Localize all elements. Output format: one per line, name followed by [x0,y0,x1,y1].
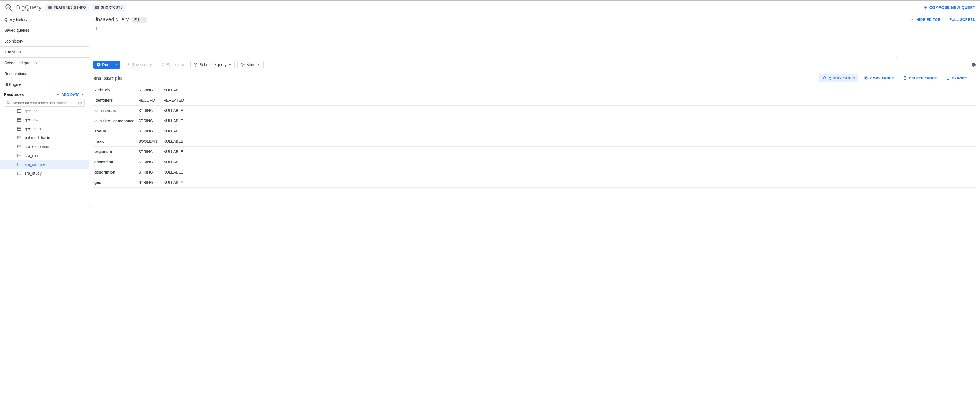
schedule-query-button[interactable]: Schedule query [190,60,234,69]
trash-icon [903,76,907,80]
sidebar-bi-engine[interactable]: BI Engine [0,79,89,90]
column-type: RECORD [138,98,163,103]
query-toolbar: Run Save query Save view Schedule query [89,58,980,72]
caret-down-icon [228,63,232,67]
top-header: BigQuery FEATURES & INFO SHORTCUTS COMPO… [0,0,980,14]
schema-row[interactable]: statusSTRINGNULLABLE [93,126,975,137]
column-type: STRING [138,108,163,113]
column-mode: NULLABLE [163,149,183,154]
play-icon [97,63,100,67]
edited-badge: Edited [132,17,148,22]
schema-row[interactable]: descriptionSTRINGNULLABLE [93,167,975,178]
schema-row[interactable]: geoSTRINGNULLABLE [93,178,975,188]
table-item-sra-experiment[interactable]: sra_experiment [0,142,89,151]
table-icon [17,118,21,122]
schema-row[interactable]: xrefs. dbSTRINGNULLABLE [93,85,975,95]
column-type: STRING [138,119,163,123]
table-icon [17,145,21,149]
sidebar-drag-handle[interactable] [89,207,90,218]
column-mode: NULLABLE [163,88,183,92]
shortcuts-button[interactable]: SHORTCUTS [92,3,126,11]
table-label: sra_experiment [25,145,52,149]
caret-down-icon [115,64,118,66]
table-icon [17,153,21,158]
full-screen-button[interactable]: FULL SCREEN [943,17,975,22]
query-table-button[interactable]: QUERY TABLE [819,74,858,83]
table-icon [17,109,21,113]
search-icon [6,100,11,105]
fullscreen-icon [943,17,948,22]
editor-gutter: 1 [89,25,99,58]
column-mode: NULLABLE [163,129,183,133]
table-item-geo-gse[interactable]: geo_gse [0,116,89,124]
hide-editor-icon [910,17,915,22]
schema-row[interactable]: accessionSTRINGNULLABLE [93,157,975,167]
svg-line-52 [825,79,826,79]
more-button[interactable]: More [237,60,264,69]
table-item-geo-gpl[interactable]: geo_gpl [0,109,89,115]
table-icon [17,162,21,167]
run-dropdown-button[interactable] [113,62,120,68]
column-type: STRING [138,129,163,133]
search-input[interactable] [13,101,76,105]
column-type: STRING [138,160,163,164]
column-type: BOOLEAN [138,139,163,144]
panel-drag-handle[interactable] [888,56,897,58]
schema-row[interactable]: organismSTRINGNULLABLE [93,147,975,157]
svg-point-51 [823,77,826,79]
svg-rect-47 [161,65,162,66]
query-editor[interactable]: 1 [89,25,980,58]
bigquery-logo: BigQuery [5,3,42,12]
run-button[interactable]: Run [93,61,120,68]
hide-editor-button[interactable]: HIDE EDITOR [910,17,940,22]
table-item-sra-run[interactable]: sra_run [0,151,89,160]
svg-rect-53 [865,77,867,79]
resources-header: Resources ADD DATA [0,90,89,99]
sidebar-query-history[interactable]: Query history [0,14,89,25]
column-mode: NULLABLE [163,119,183,123]
table-icon [17,171,21,176]
column-type: STRING [138,88,163,92]
schema-list[interactable]: xrefs. dbSTRINGNULLABLEidentifiersRECORD… [89,85,980,410]
help-icon[interactable]: ? [78,100,82,105]
sidebar-scheduled-queries[interactable]: Scheduled queries [0,57,89,68]
table-label: geo_gse [25,118,40,122]
column-mode: NULLABLE [163,180,183,185]
table-item-geo-gsm[interactable]: geo_gsm [0,124,89,133]
export-button[interactable]: EXPORT [942,74,975,83]
table-item-pubmed-basic[interactable]: pubmed_basic [0,133,89,142]
column-name: xrefs. db [93,88,138,92]
sidebar-reservations[interactable]: Reservations [0,68,89,79]
schema-row[interactable]: insdcBOOLEANNULLABLE [93,137,975,147]
features-info-button[interactable]: FEATURES & INFO [45,3,89,11]
query-title: Unsaved query [93,16,129,22]
table-header: sra_sample QUERY TABLE COPY TABLE DELETE… [89,72,980,85]
editor-body[interactable] [99,25,980,58]
column-mode: REPEATED [163,98,184,103]
schema-row[interactable]: identifiers. idSTRINGNULLABLE [93,106,975,116]
compose-new-query-button[interactable]: COMPOSE NEW QUERY [923,5,975,10]
column-name: geo [93,180,138,185]
resources-tree[interactable]: geo_gpl geo_gse geo_gsm pubmed_basic sra… [0,109,89,410]
delete-table-button[interactable]: DELETE TABLE [899,74,940,83]
query-header: Unsaved query Edited HIDE EDITOR FULL SC… [89,14,980,25]
table-label: sra_sample [25,162,45,167]
copy-table-button[interactable]: COPY TABLE [861,74,897,83]
schema-row[interactable]: identifiersRECORDREPEATED [93,95,975,106]
svg-rect-2 [7,6,8,8]
sidebar-transfers[interactable]: Transfers [0,47,89,57]
resources-label: Resources [4,92,24,97]
sidebar-job-history[interactable]: Job history [0,36,89,47]
table-item-sra-sample[interactable]: sra_sample [0,160,89,169]
table-item-sra-study[interactable]: sra_study [0,169,89,178]
text-cursor [101,26,102,31]
content-area: Unsaved query Edited HIDE EDITOR FULL SC… [89,14,980,410]
add-data-button[interactable]: ADD DATA [56,92,85,97]
schema-row[interactable]: identifiers. namespaceSTRINGNULLABLE [93,116,975,126]
query-status-indicator [972,63,975,67]
sidebar-saved-queries[interactable]: Saved queries [0,25,89,36]
search-input-wrapper[interactable]: ? [4,99,85,106]
copy-icon [864,76,868,80]
svg-rect-4 [9,7,9,8]
info-icon [48,5,52,10]
